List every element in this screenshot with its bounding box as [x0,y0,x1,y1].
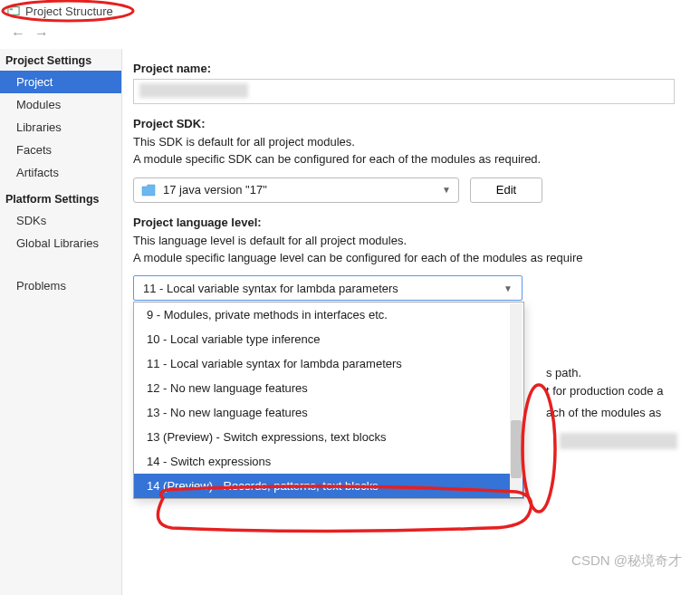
project-name-label: Project name: [133,62,700,75]
nav-arrows: ← → [0,22,700,49]
dropdown-item[interactable]: 11 - Local variable syntax for lambda pa… [134,351,523,376]
dropdown-item[interactable]: 13 - No new language features [134,400,523,425]
bg-text: ach of the modules as [546,406,661,419]
sidebar-item-global-libraries[interactable]: Global Libraries [0,232,121,254]
dropdown-item[interactable]: 12 - No new language features [134,376,523,400]
language-level-value: 11 - Local variable syntax for lambda pa… [143,282,398,295]
sdk-help-1: This SDK is default for all project modu… [133,134,700,151]
dropdown-item[interactable]: 14 - Switch expressions [134,449,523,474]
language-level-dropdown: 9 - Modules, private methods in interfac… [133,302,524,499]
svg-rect-2 [8,7,19,15]
dropdown-item[interactable]: 9 - Modules, private methods in interfac… [134,302,523,327]
content-panel: Project name: Project SDK: This SDK is d… [122,49,700,595]
sdk-value: 17 java version "17" [163,183,267,197]
sidebar-heading-project-settings: Project Settings [0,51,121,71]
edit-button[interactable]: Edit [470,178,542,203]
dropdown-item-highlighted[interactable]: 14 (Preview) - Records, patterns, text b… [134,474,523,498]
language-level-select[interactable]: 11 - Local variable syntax for lambda pa… [133,275,523,301]
dropdown-item[interactable]: 13 (Preview) - Switch expressions, text … [134,425,523,449]
nav-forward-icon[interactable]: → [34,25,49,42]
chevron-down-icon: ▼ [503,283,513,293]
bg-text: s path. [546,366,581,379]
bg-text: t for production code a [546,384,663,398]
lang-help-1: This language level is default for all p… [133,233,700,250]
nav-back-icon[interactable]: ← [11,25,25,42]
sidebar-item-libraries[interactable]: Libraries [0,116,121,139]
project-name-input[interactable] [133,79,675,104]
sidebar: Project Settings Project Modules Librari… [0,49,122,595]
app-icon [7,5,20,17]
scrollbar[interactable] [510,303,523,497]
lang-help-2: A module specific language level can be … [133,250,700,267]
redacted-text [560,433,677,449]
sidebar-item-modules[interactable]: Modules [0,93,121,116]
folder-icon [141,184,156,197]
svg-rect-3 [10,8,14,10]
window-title: Project Structure [25,5,113,18]
sidebar-item-project[interactable]: Project [0,71,121,93]
watermark: CSDN @秘境奇才 [571,552,682,570]
language-level-label: Project language level: [133,216,700,229]
sidebar-item-problems[interactable]: Problems [0,274,121,297]
sidebar-heading-platform-settings: Platform Settings [0,189,121,209]
sidebar-item-sdks[interactable]: SDKs [0,209,121,232]
redacted-text [139,83,248,98]
dropdown-item[interactable]: 10 - Local variable type inference [134,327,523,351]
sidebar-item-artifacts[interactable]: Artifacts [0,161,121,184]
project-sdk-label: Project SDK: [133,117,700,130]
title-bar: Project Structure [0,0,700,22]
scrollbar-thumb[interactable] [511,420,522,478]
sdk-help-2: A module specific SDK can be configured … [133,151,700,168]
sidebar-item-facets[interactable]: Facets [0,139,121,161]
sdk-select[interactable]: 17 java version "17" ▼ [133,178,459,203]
chevron-down-icon: ▼ [442,185,451,195]
